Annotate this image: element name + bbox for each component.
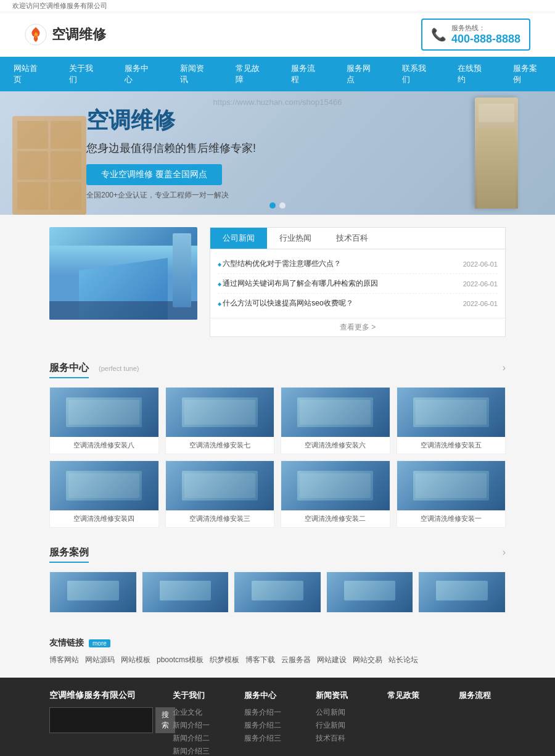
news-list: 六型结构优化对于需注意哪些六点？ 2022-06-01 通过网站关键词布局了解企… — [210, 249, 505, 318]
news-tab-company[interactable]: 公司新闻 — [210, 228, 267, 249]
news-item-title: 什么方法可以快速提高网站seo收费呢？ — [218, 298, 353, 309]
footer-service-link2[interactable]: 服务介绍二 — [244, 720, 291, 731]
news-item-date: 2022-06-01 — [463, 280, 498, 288]
link-item-trade[interactable]: 网站交易 — [353, 655, 382, 665]
footer-process-col: 服务流程 — [459, 690, 506, 756]
nav-item-faults[interactable]: 常见故障 — [222, 57, 278, 91]
link-item-dedecms[interactable]: 织梦模板 — [210, 655, 239, 665]
footer-link-news3[interactable]: 新闻介绍三 — [173, 746, 220, 756]
link-item-download[interactable]: 博客下载 — [245, 655, 275, 665]
nav-item-contact[interactable]: 联系我们 — [388, 57, 444, 91]
footer-link-news2[interactable]: 新闻介绍二 — [173, 733, 220, 744]
footer-news-tech[interactable]: 技术百科 — [316, 733, 363, 744]
footer: 空调维修服务有限公司 搜索 关于我们 企业文化 新闻介绍一 新闻介绍二 新闻介绍… — [0, 678, 555, 756]
service-more-icon[interactable]: › — [503, 362, 506, 373]
cases-title-area: 服务案例 — [49, 546, 89, 563]
nav-item-service[interactable]: 服务中心 — [111, 57, 166, 91]
service-name: 空调清洗维修安装一 — [397, 510, 506, 527]
link-item-template[interactable]: 网站模板 — [121, 655, 150, 665]
footer-news-title: 新闻资讯 — [316, 690, 363, 701]
case-thumb — [142, 572, 229, 612]
service-item[interactable]: 空调清洗维修安装三 — [165, 460, 275, 528]
phone-icon: 📞 — [431, 27, 446, 42]
links-section: 友情链接 more 博客网站 网站源码 网站模板 pbootcms模板 织梦模板… — [0, 631, 555, 678]
banner-title: 空调维修 — [86, 106, 256, 136]
links-more-badge[interactable]: more — [89, 639, 110, 647]
news-item-title: 通过网站关键词布局了解企有哪几种检索的原因 — [218, 278, 378, 289]
nav-item-home[interactable]: 网站首页 — [0, 57, 56, 91]
nav-item-network[interactable]: 服务网点 — [333, 57, 388, 91]
link-item-build[interactable]: 网站建设 — [317, 655, 347, 665]
service-item[interactable]: 空调清洗维修安装五 — [397, 387, 506, 454]
case-item[interactable] — [142, 571, 229, 613]
service-item[interactable]: 空调清洗维修安装七 — [165, 387, 275, 454]
top-bar: 欢迎访问空调维修服务有限公司 — [0, 0, 555, 12]
news-item: 六型结构优化对于需注意哪些六点？ 2022-06-01 — [218, 254, 498, 274]
nav-item-about[interactable]: 关于我们 — [56, 57, 111, 91]
banner-desc: 全国200+企业认证，专业工程师一对一解决 — [86, 190, 256, 201]
service-item[interactable]: 空调清洗维修安装四 — [49, 460, 159, 528]
phone-box: 📞 服务热线： 400-888-8888 — [421, 19, 530, 51]
service-name: 空调清洗维修安装四 — [50, 510, 158, 527]
links-title: 友情链接 — [49, 638, 84, 649]
footer-link-culture[interactable]: 企业文化 — [173, 707, 220, 718]
news-tab-industry[interactable]: 行业热闻 — [267, 228, 324, 249]
news-item-date: 2022-06-01 — [463, 260, 498, 268]
case-item[interactable] — [49, 571, 137, 613]
footer-policy-title: 常见政策 — [387, 690, 434, 701]
link-item-cloud[interactable]: 云服务器 — [281, 655, 311, 665]
news-section: 公司新闻 行业热闻 技术百科 六型结构优化对于需注意哪些六点？ 2022-06-… — [0, 215, 555, 349]
service-subtitle: (perfect tune) — [99, 365, 139, 372]
case-item[interactable] — [326, 571, 414, 613]
case-item[interactable] — [418, 571, 506, 613]
footer-company-name: 空调维修服务有限公司 — [49, 690, 148, 701]
service-grid: 空调清洗维修安装八 空调清洗维修安装七 空调清洗维修安装六 空调清洗维修安装五 … — [49, 387, 506, 528]
nav-item-booking[interactable]: 在线预约 — [444, 57, 500, 91]
news-item-title: 六型结构优化对于需注意哪些六点？ — [218, 259, 341, 269]
footer-link-news1[interactable]: 新闻介绍一 — [173, 720, 220, 731]
cases-more-icon[interactable]: › — [503, 547, 506, 558]
service-thumb — [166, 461, 274, 510]
news-item: 通过网站关键词布局了解企有哪几种检索的原因 2022-06-01 — [218, 274, 498, 294]
footer-service-link1[interactable]: 服务介绍一 — [244, 707, 291, 718]
news-image — [49, 227, 197, 320]
service-thumb — [397, 461, 506, 510]
service-item[interactable]: 空调清洗维修安装六 — [281, 387, 390, 454]
footer-news-industry[interactable]: 行业新闻 — [316, 720, 363, 731]
footer-search-input[interactable] — [49, 707, 153, 733]
footer-service-link3[interactable]: 服务介绍三 — [244, 733, 291, 744]
footer-service-col: 服务中心 服务介绍一 服务介绍二 服务介绍三 — [244, 690, 291, 756]
phone-label: 服务热线： — [451, 23, 520, 33]
banner-cta-button[interactable]: 专业空调维修 覆盖全国网点 — [86, 164, 222, 185]
service-item[interactable]: 空调清洗维修安装二 — [281, 460, 390, 528]
link-item-pboot[interactable]: pbootcms模板 — [157, 655, 204, 665]
logo-flame-icon — [25, 23, 47, 46]
case-thumb — [327, 572, 413, 612]
service-name: 空调清洗维修安装八 — [50, 437, 158, 454]
logo: 空调维修 — [25, 23, 106, 46]
service-name: 空调清洗维修安装三 — [166, 510, 274, 527]
links-header: 友情链接 more — [49, 638, 506, 649]
service-thumb — [50, 388, 158, 437]
case-item[interactable] — [234, 571, 321, 613]
welcome-text: 欢迎访问空调维修服务有限公司 — [12, 2, 107, 9]
logo-text: 空调维修 — [52, 25, 106, 44]
news-more[interactable]: 查看更多 > — [210, 318, 505, 336]
section-title-area: 服务中心 (perfect tune) — [49, 362, 139, 378]
nav-item-news[interactable]: 新闻资讯 — [166, 57, 222, 91]
news-item-date: 2022-06-01 — [463, 300, 498, 307]
nav-item-cases[interactable]: 服务案例 — [500, 57, 555, 91]
link-item-blog[interactable]: 博客网站 — [49, 655, 79, 665]
service-thumb — [281, 461, 390, 510]
footer-news-company[interactable]: 公司新闻 — [316, 707, 363, 718]
nav-item-process[interactable]: 服务流程 — [278, 57, 333, 91]
footer-policy-col: 常见政策 — [387, 690, 434, 756]
link-item-forum[interactable]: 站长论坛 — [388, 655, 418, 665]
link-item-source[interactable]: 网站源码 — [85, 655, 115, 665]
news-box: 公司新闻 行业热闻 技术百科 六型结构优化对于需注意哪些六点？ 2022-06-… — [210, 227, 506, 337]
phone-info: 服务热线： 400-888-8888 — [451, 23, 520, 46]
news-tab-tech[interactable]: 技术百科 — [324, 228, 380, 249]
service-thumb — [397, 388, 506, 437]
service-item[interactable]: 空调清洗维修安装一 — [397, 460, 506, 528]
service-item[interactable]: 空调清洗维修安装八 — [49, 387, 159, 454]
